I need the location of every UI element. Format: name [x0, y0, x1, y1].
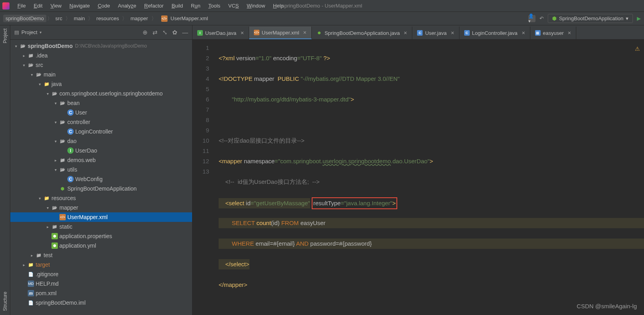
- tree-node-utils[interactable]: ▾utils: [10, 165, 192, 174]
- code-editor[interactable]: ⚠ 12345678910111213 <?xml version="1.0" …: [192, 40, 644, 315]
- run-configuration-dropdown[interactable]: ⬢ SpringBootDemoApplication ▾: [548, 14, 633, 23]
- project-panel-title[interactable]: ▤ Project ▾: [14, 29, 42, 35]
- tab-logincontroller[interactable]: CLoginController.java✕: [459, 27, 530, 39]
- side-tab-structure[interactable]: Structure: [2, 292, 8, 311]
- menu-file[interactable]: File: [13, 3, 30, 9]
- breadcrumb-root[interactable]: springBootDemo: [3, 15, 46, 22]
- project-tree[interactable]: ▾springBootDemoD:\NCB\ncbJava\springBoot…: [10, 40, 192, 315]
- interface-icon: I: [197, 30, 203, 36]
- menu-code[interactable]: Code: [94, 3, 114, 9]
- tree-node-bean[interactable]: ▾bean: [10, 98, 192, 108]
- tree-node-dao[interactable]: ▾dao: [10, 136, 192, 146]
- tab-usermapper[interactable]: </>UserMapper.xml✕: [249, 27, 312, 39]
- collapse-all-icon[interactable]: ⤡: [162, 29, 168, 36]
- breadcrumb-src[interactable]: src: [53, 15, 65, 22]
- spring-icon: ⬢: [316, 30, 322, 36]
- tree-node-root[interactable]: ▾springBootDemoD:\NCB\ncbJava\springBoot…: [10, 41, 192, 51]
- menu-tools[interactable]: Tools: [204, 3, 224, 9]
- menu-refactor[interactable]: Refactor: [140, 3, 168, 9]
- close-icon[interactable]: ✕: [522, 31, 525, 36]
- breadcrumb-file[interactable]: </>UserMapper.xml: [157, 15, 211, 23]
- select-opened-icon[interactable]: ⊕: [143, 29, 148, 36]
- yml-file-icon: ⬢: [51, 242, 58, 249]
- iml-file-icon: 📄: [28, 300, 34, 306]
- tab-user[interactable]: CUser.java✕: [412, 27, 459, 39]
- tree-node-user[interactable]: ▸CUser: [10, 108, 192, 117]
- navigation-bar: springBootDemo 〉 src 〉 main 〉 resources …: [0, 12, 644, 25]
- tree-node-static[interactable]: ▸static: [10, 222, 192, 231]
- chevron-right-icon: 〉: [122, 15, 127, 22]
- editor-tabs: IUserDao.java✕ </>UserMapper.xml✕ ⬢Sprin…: [192, 25, 644, 40]
- tree-node-iml[interactable]: ▸📄springBootDemo.iml: [10, 298, 192, 307]
- close-icon[interactable]: ✕: [451, 31, 454, 36]
- xml-file-icon: </>: [59, 214, 66, 220]
- class-icon: C: [67, 176, 74, 182]
- menu-analyze[interactable]: Analyze: [114, 3, 140, 9]
- tree-node-webconfig[interactable]: ▸CWebConfig: [10, 174, 192, 184]
- breadcrumb-mapper[interactable]: mapper: [128, 15, 150, 22]
- side-tab-project[interactable]: Project: [2, 29, 8, 43]
- class-icon: C: [464, 30, 470, 36]
- code-body[interactable]: <?xml version="1.0" encoding="UTF-8" ?> …: [215, 40, 644, 315]
- package-icon: [59, 138, 66, 144]
- folder-icon: [51, 223, 58, 230]
- tree-node-help[interactable]: ▸MDHELP.md: [10, 279, 192, 288]
- tree-node-appyml[interactable]: ▸⬢application.yml: [10, 241, 192, 250]
- close-icon[interactable]: ✕: [404, 31, 407, 36]
- tree-node-controller[interactable]: ▾controller: [10, 117, 192, 127]
- folder-icon: [51, 204, 58, 211]
- tree-node-pom[interactable]: ▸mpom.xml: [10, 288, 192, 298]
- class-icon: C: [67, 109, 74, 116]
- tree-node-resources[interactable]: ▾📁resources: [10, 193, 192, 203]
- menu-edit[interactable]: Edit: [30, 3, 46, 9]
- tree-node-usermapper[interactable]: ▸</>UserMapper.xml: [10, 212, 192, 222]
- line-gutter: 12345678910111213: [192, 40, 215, 315]
- tab-springbootapp[interactable]: ⬢SpringBootDemoApplication.java✕: [312, 27, 412, 39]
- tree-node-java[interactable]: ▾📁java: [10, 79, 192, 89]
- expand-all-icon[interactable]: ⇄: [152, 29, 158, 36]
- tree-node-gitignore[interactable]: ▸📄.gitignore: [10, 269, 192, 279]
- tab-easyuser[interactable]: ▦easyuser✕: [530, 27, 577, 39]
- menu-window[interactable]: Window: [243, 3, 269, 9]
- tree-node-test[interactable]: ▸test: [10, 250, 192, 260]
- tree-node-logincontroller[interactable]: ▸CLoginController: [10, 127, 192, 136]
- tree-node-mapper[interactable]: ▾mapper: [10, 203, 192, 212]
- folder-icon: [36, 71, 42, 78]
- close-icon[interactable]: ✕: [303, 30, 307, 35]
- menu-navigate[interactable]: Navigate: [65, 3, 93, 9]
- run-button[interactable]: ▶: [637, 15, 641, 21]
- breadcrumb-resources[interactable]: resources: [94, 15, 121, 22]
- breadcrumb-main[interactable]: main: [71, 15, 87, 22]
- class-icon: C: [67, 128, 74, 135]
- source-folder-icon: 📁: [44, 81, 50, 87]
- tree-node-package[interactable]: ▾com.springboot.userlogin.springbootdemo: [10, 89, 192, 98]
- class-icon: C: [417, 30, 423, 36]
- tree-node-target[interactable]: ▸target: [10, 260, 192, 269]
- editor-area: IUserDao.java✕ </>UserMapper.xml✕ ⬢Sprin…: [192, 25, 644, 315]
- xml-file-icon: </>: [161, 15, 168, 22]
- tab-userdao[interactable]: IUserDao.java✕: [192, 27, 249, 39]
- xml-file-icon: </>: [254, 30, 259, 35]
- tree-node-appprops[interactable]: ▸⬢application.properties: [10, 231, 192, 241]
- tree-node-demos[interactable]: ▸demos.web: [10, 155, 192, 165]
- close-icon[interactable]: ✕: [568, 31, 571, 36]
- chevron-right-icon: 〉: [47, 15, 52, 22]
- user-icon[interactable]: 👤▾: [528, 15, 535, 22]
- hide-icon[interactable]: —: [182, 29, 188, 36]
- menu-run[interactable]: Run: [187, 3, 204, 9]
- tree-node-app[interactable]: ▸⬢SpringBootDemoApplication: [10, 184, 192, 193]
- tree-node-main[interactable]: ▾main: [10, 70, 192, 79]
- tree-node-userdao[interactable]: ▸IUserDao: [10, 146, 192, 155]
- tree-node-src[interactable]: ▾src: [10, 60, 192, 70]
- run-config-label: SpringBootDemoApplication: [559, 15, 623, 21]
- close-icon[interactable]: ✕: [240, 31, 244, 36]
- menu-build[interactable]: Build: [168, 3, 187, 9]
- back-arrow-icon[interactable]: ↶: [539, 15, 544, 21]
- target-folder-icon: [28, 262, 34, 268]
- chevron-right-icon: 〉: [65, 15, 70, 22]
- menu-vcs[interactable]: VCS: [224, 3, 243, 9]
- maven-file-icon: m: [28, 290, 34, 296]
- tree-node-idea[interactable]: ▸.idea: [10, 51, 192, 60]
- settings-icon[interactable]: ✿: [172, 29, 177, 36]
- menu-view[interactable]: View: [46, 3, 65, 9]
